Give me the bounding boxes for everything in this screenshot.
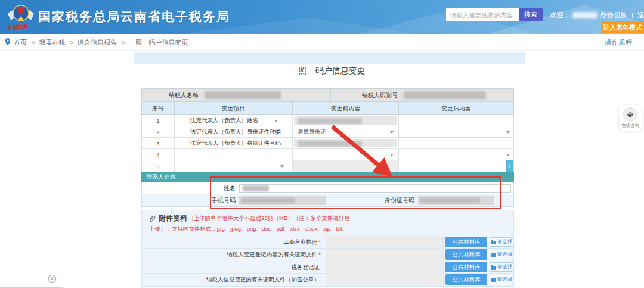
contact-id-redacted	[420, 197, 480, 203]
before-disabled-cell	[293, 160, 399, 172]
search-input[interactable]	[446, 8, 519, 21]
attachment-label-text: 纳税人信息变更的有关证明文件（加盖公章）	[206, 276, 320, 283]
contact-name-input[interactable]	[239, 184, 511, 193]
user-links: 身份切换|退出	[600, 11, 644, 20]
identity-switch-link[interactable]: 身份切换	[600, 11, 627, 18]
folder-icon	[491, 265, 496, 270]
attachment-row: 税务登记证 公共材料库 请选择	[142, 261, 513, 273]
taxpayer-id-label: 纳税人识别号	[331, 91, 398, 100]
breadcrumb-home[interactable]: 首页	[14, 39, 27, 46]
public-material-library-button[interactable]: 公共材料库	[445, 262, 487, 272]
attachment-file-field[interactable]	[326, 236, 444, 248]
public-material-library-button[interactable]: 公共材料库	[445, 249, 487, 260]
before-value-select[interactable]: 居民身份证	[293, 126, 399, 137]
attachments-note-line1: |上传的单个附件大小不超过20兆（MB）（注：多个文件请打包	[192, 215, 350, 222]
public-material-library-button[interactable]: 公共材料库	[445, 274, 487, 285]
contact-name-label: 姓名	[142, 184, 239, 193]
after-value-input[interactable]	[399, 138, 513, 148]
row-no: 3	[142, 138, 175, 148]
table-row: 2 法定代表人（负责人）身份证件种类 居民身份证	[142, 126, 513, 138]
breadcrumb-separator: >	[69, 39, 73, 46]
chevron-down-icon	[506, 131, 510, 134]
before-disabled-field	[294, 139, 397, 147]
col-header-no: 序号	[142, 102, 175, 114]
attachment-file-field[interactable]	[326, 261, 444, 273]
folder-icon	[491, 240, 496, 244]
breadcrumb-current-page: 一照一码户信息变更	[129, 39, 188, 46]
change-item-select-4[interactable]	[175, 149, 293, 160]
choose-file-button[interactable]: 请选择	[490, 250, 513, 259]
contact-mobile-field[interactable]	[239, 196, 326, 205]
attachment-label: 纳税人信息变更的有关证明文件（加盖公章）	[142, 276, 326, 284]
contact-mobile-redacted	[242, 197, 295, 203]
attachments-section: 附件资料 |上传的单个附件大小不超过20兆（MB）（注：多个文件请打包 上传），…	[141, 210, 514, 287]
change-item-select-3[interactable]: 法定代表人（负责人）身份证件号码	[175, 138, 293, 148]
attachments-title: 附件资料	[159, 213, 187, 224]
breadcrumb: 首页>我要办税>综合信息报告>一照一码户信息变更	[5, 38, 188, 47]
before-value-redacted	[298, 141, 362, 147]
choose-file-button[interactable]: 请选择	[490, 262, 513, 272]
after-value-input[interactable]: +	[399, 160, 513, 172]
breadcrumb-bar: 首页>我要办税>综合信息报告>一照一码户信息变更 操作规程	[0, 34, 644, 51]
after-value-select[interactable]	[399, 149, 513, 160]
attachment-row: 工商营业执照* 公共材料库 请选择	[142, 236, 513, 248]
change-table-header: 序号 变更项目 变更前内容 变更后内容	[141, 102, 514, 115]
chevron-down-icon	[390, 131, 394, 134]
change-item-value: 法定代表人（负责人）姓名	[190, 117, 258, 125]
public-material-library-button[interactable]: 公共材料库	[445, 237, 487, 247]
attachment-label-text: 纳税人变更登记内容的有关证明文件	[227, 251, 317, 258]
choose-file-label: 请选择	[497, 276, 513, 283]
after-value-select[interactable]	[399, 126, 513, 137]
taxpayer-id-redacted	[404, 91, 486, 99]
taxpayer-id-cell: 纳税人识别号	[331, 89, 513, 101]
choose-file-label: 请选择	[497, 239, 513, 246]
change-table-body: 1 法定代表人（负责人）姓名 2 法定代表人（负责人）身份证件种类 居民身份证	[141, 115, 514, 172]
choose-file-button[interactable]: 请选择	[490, 275, 513, 284]
before-value-select[interactable]	[293, 149, 399, 160]
change-item-select-1[interactable]: 法定代表人（负责人）姓名	[175, 115, 293, 126]
col-header-item: 变更项目	[175, 102, 293, 114]
attachment-label: 税务登记证	[142, 264, 326, 271]
add-row-button[interactable]: +	[506, 160, 513, 172]
taxpayer-name-redacted	[205, 91, 281, 99]
chevron-down-icon	[506, 154, 510, 156]
links-divider: |	[631, 11, 633, 18]
online-consult-label: 在线咨询	[620, 123, 640, 129]
attachments-rows: 工商营业执照* 公共材料库 请选择 纳税人变更登记内容的有关证明文件* 公共材料…	[142, 236, 513, 286]
after-value-input[interactable]	[399, 115, 513, 126]
breadcrumb-info-report[interactable]: 综合信息报告	[78, 39, 117, 46]
attachment-file-field[interactable]	[326, 274, 444, 286]
attachment-label: 纳税人变更登记内容的有关证明文件*	[142, 251, 326, 259]
logout-link[interactable]: 退出	[637, 11, 644, 18]
location-pin-icon	[5, 38, 11, 46]
table-row: 3 法定代表人（负责人）身份证件号码	[142, 138, 513, 149]
welcome-prefix: 欢迎，	[550, 11, 571, 18]
change-item-select-5[interactable]	[175, 160, 293, 172]
online-consult-widget[interactable]: 在线咨询	[619, 105, 642, 131]
attachment-label-text: 工商营业执照	[283, 239, 317, 245]
choose-file-button[interactable]: 请选择	[490, 237, 513, 247]
operation-rules-link[interactable]: 操作规程	[605, 38, 632, 47]
close-icon[interactable]	[48, 274, 57, 283]
breadcrumb-taxes[interactable]: 我要办税	[39, 39, 65, 46]
row-no: 5	[142, 160, 175, 172]
contact-name-redacted	[243, 185, 269, 191]
row-no: 2	[142, 126, 175, 137]
required-mark: *	[318, 251, 321, 258]
tax-emblem-logo: 中国税务	[6, 2, 36, 33]
attachment-file-field[interactable]	[326, 249, 444, 261]
taxpayer-name-label: 纳税人名称	[142, 91, 199, 100]
form-container-band	[134, 52, 525, 64]
contact-id-label: 身份证号码	[358, 196, 418, 205]
choose-file-label: 请选择	[497, 264, 513, 271]
required-mark: *	[318, 239, 321, 245]
paperclip-icon	[148, 215, 156, 223]
change-item-select-2[interactable]: 法定代表人（负责人）身份证件种类	[175, 126, 293, 137]
contact-id-field[interactable]	[418, 196, 494, 205]
table-row: 5 +	[142, 160, 513, 172]
table-row: 4	[142, 149, 513, 160]
search-button[interactable]: 搜索	[519, 8, 543, 21]
taxpayer-info-row: 纳税人名称 纳税人识别号	[141, 88, 514, 102]
col-header-after: 变更后内容	[399, 102, 513, 114]
elderly-mode-button[interactable]: 进入老年模式	[601, 21, 644, 33]
